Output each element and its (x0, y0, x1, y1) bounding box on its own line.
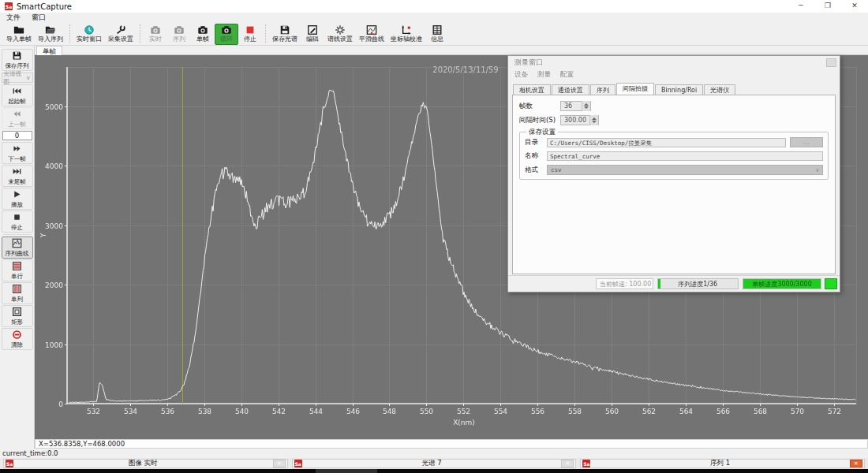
dialog-menu-item-1[interactable]: 测量 (537, 70, 551, 80)
close-icon[interactable]: ✕ (273, 460, 286, 467)
toolbar-button-单帧[interactable]: 单帧 (191, 24, 215, 45)
sidebar-button-清除[interactable]: 清除 (2, 328, 33, 350)
taskbar-window-图像 实时[interactable]: Sa图像 实时✕ (3, 459, 288, 468)
camera-icon (174, 24, 185, 35)
window-controls: ─ ❐ ✕ (788, 0, 868, 13)
sidebar-button-停止[interactable]: 停止 (2, 210, 33, 233)
sidebar-button-单列[interactable]: 单列 (2, 282, 33, 304)
sidebar-button-序列曲线[interactable]: 序列曲线 (2, 236, 33, 259)
window-title: SmartCapture (17, 2, 72, 11)
dir-input[interactable]: C:/Users/CISS/Desktop/拉曼采集 (547, 138, 786, 147)
menu-item-1[interactable]: 窗口 (32, 13, 46, 23)
name-label: 名称 (525, 151, 544, 161)
toolbar-button-label: 编辑 (306, 35, 319, 43)
name-input[interactable]: Spectral_curve (547, 151, 823, 161)
sidebar-dropdown-光谱视图[interactable]: 光谱视图∨ (2, 73, 33, 83)
toolbar-button-序列[interactable]: 序列 (167, 24, 191, 45)
smooth-curve-icon (366, 24, 377, 35)
sidebar-button-单行[interactable]: 单行 (2, 259, 33, 281)
menu-item-0[interactable]: 文件 (6, 13, 21, 23)
current-time-statusbar: current_time:0.0 (0, 449, 868, 458)
close-icon[interactable]: ✕ (850, 460, 862, 467)
camera-icon (150, 24, 161, 35)
toolbar-button-坐标轴校准[interactable]: 坐标轴校准 (387, 24, 425, 45)
frames-label: 帧数 (519, 102, 560, 111)
sidebar-button-下一帧[interactable]: 下一帧 (2, 142, 33, 164)
spinner-arrows-icon[interactable] (589, 115, 598, 125)
toolbar-separator (265, 24, 266, 43)
toolbar-button-平滑曲线[interactable]: 平滑曲线 (356, 24, 387, 45)
toolbar-button-采集设置[interactable]: 采集设置 (105, 24, 137, 45)
toolbar-button-信息[interactable]: 信息 (425, 24, 449, 45)
dir-label: 目录 (525, 138, 544, 147)
toolbar-button-导入序列[interactable]: 导入序列 (35, 24, 66, 45)
toolbar-button-label: 单帧 (196, 35, 209, 43)
dialog-titlebar[interactable]: 测量窗口 (508, 56, 840, 69)
close-icon[interactable]: ✕ (561, 460, 574, 467)
dialog-tab-通道设置[interactable]: 通道设置 (552, 84, 589, 95)
app-logo-icon: Sa (5, 2, 13, 10)
cursor-coordinates: X=536.8358,Y=468.0000 (35, 439, 868, 449)
sidebar-button-末尾帧[interactable]: 末尾帧 (2, 165, 33, 187)
dialog-tab-序列[interactable]: 序列 (590, 84, 615, 95)
titlebar: Sa SmartCapture ─ ❐ ✕ (0, 0, 868, 13)
frames-spinner[interactable]: 36 (560, 101, 591, 111)
toolbar-separator (140, 24, 140, 43)
toolbar-button-保存光谱[interactable]: 保存光谱 (269, 24, 301, 45)
maximize-icon[interactable]: ❐ (814, 0, 841, 13)
spinner-arrows-icon[interactable] (582, 101, 590, 111)
format-select[interactable]: csv ∨ (547, 165, 823, 175)
skip-first-icon (12, 86, 22, 98)
status-indicator (825, 278, 837, 289)
sidebar-button-矩形[interactable]: 矩形 (2, 305, 33, 327)
sidebar-button-上一帧[interactable]: 上一帧 (2, 107, 33, 129)
dialog-tab-相机设置[interactable]: 相机设置 (513, 84, 551, 95)
rewind-icon (12, 109, 22, 121)
browse-button[interactable]: ... (790, 137, 823, 147)
sidebar-button-label: 末尾帧 (8, 178, 26, 185)
interval-spinner[interactable]: 300.00 (560, 115, 599, 125)
forward-icon (12, 143, 22, 155)
stop-square-icon (12, 212, 22, 224)
dialog-menubar: 设备测量配置 (508, 69, 840, 80)
frame-progressbar: 单帧进度3000/3000 (743, 278, 822, 289)
sidebar-button-label: 停止 (11, 224, 23, 231)
sidebar-button-播放[interactable]: 播放 (2, 188, 33, 210)
toolbar-button-循环[interactable]: 循环 (215, 24, 238, 45)
taskbar-window-序列 1[interactable]: Sa序列 1✕ (580, 459, 865, 468)
sidebar-button-label: 单列 (11, 296, 23, 303)
toolbar: 导入单帧导入序列实时窗口采集设置实时序列单帧循环停止保存光谱编辑谱线设置平滑曲线… (0, 23, 868, 46)
tab-single-frame[interactable]: 单帧 (36, 46, 62, 55)
toolbar-button-label: 采集设置 (108, 35, 133, 43)
dialog-tab-光谱仪[interactable]: 光谱仪 (704, 84, 735, 95)
minimize-icon[interactable]: ─ (788, 0, 814, 13)
dialog-menu-item-0[interactable]: 设备 (514, 70, 528, 80)
taskbar-window-光谱 7[interactable]: Sa光谱 7✕ (292, 459, 577, 468)
dialog-menu-item-2[interactable]: 配置 (560, 70, 574, 80)
dialog-tab-Binning/Roi[interactable]: Binning/Roi (655, 84, 703, 95)
toolbar-button-label: 谱线设置 (327, 35, 353, 43)
app-logo-icon: Sa (582, 460, 590, 467)
window-taskbar: Sa图像 实时✕Sa光谱 7✕Sa序列 1✕ (0, 458, 868, 469)
taskbar-window-title: 光谱 7 (302, 459, 562, 468)
chevron-down-icon: ∨ (816, 167, 819, 173)
toolbar-button-实时窗口[interactable]: 实时窗口 (73, 24, 105, 45)
close-icon[interactable]: ✕ (841, 0, 868, 13)
toolbar-button-label: 保存光谱 (272, 35, 297, 43)
framerate-box: 当前帧速: 100.00 (596, 278, 653, 289)
toolbar-button-导入单帧[interactable]: 导入单帧 (3, 24, 35, 45)
dialog-close-button[interactable] (826, 58, 836, 67)
taskbar-window-title: 序列 1 (590, 459, 850, 468)
sidebar-button-起始帧[interactable]: 起始帧 (2, 84, 33, 106)
sidebar-button-label: 播放 (11, 201, 23, 208)
toolbar-button-编辑[interactable]: 编辑 (301, 24, 324, 45)
toolbar-button-实时[interactable]: 实时 (144, 24, 167, 45)
toolbar-button-停止[interactable]: 停止 (238, 24, 262, 45)
document-tab-strip: 单帧 (35, 46, 868, 55)
floppy-icon (12, 50, 22, 62)
frame-index-input[interactable]: 0 (2, 131, 32, 140)
dialog-tab-间隔拍摄[interactable]: 间隔拍摄 (616, 83, 654, 95)
toolbar-button-谱线设置[interactable]: 谱线设置 (324, 24, 356, 45)
sidebar-button-保存序列[interactable]: 保存序列 (2, 49, 33, 71)
edit-icon (307, 24, 318, 35)
